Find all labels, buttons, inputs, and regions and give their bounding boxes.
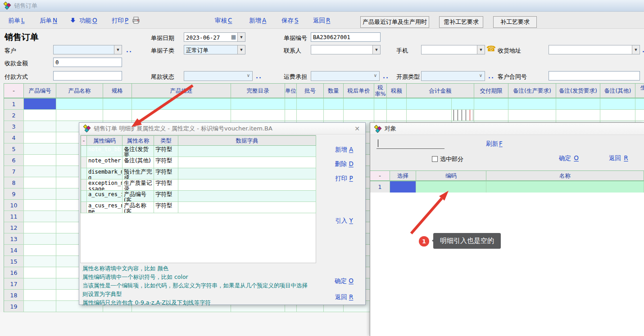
grid-cell[interactable] bbox=[56, 110, 103, 121]
attribute-type-cell[interactable]: 字符型 bbox=[154, 157, 178, 168]
row-number-cell[interactable]: 12 bbox=[4, 222, 24, 233]
col-header[interactable]: 备注(发货要求) bbox=[556, 84, 600, 99]
grid-cell[interactable] bbox=[132, 110, 231, 121]
mobile-select[interactable]: ▼ bbox=[421, 45, 485, 54]
col-header[interactable]: 属性名称 bbox=[122, 136, 154, 146]
grid-cell[interactable] bbox=[374, 99, 387, 110]
grid-cell[interactable] bbox=[374, 110, 387, 121]
attribute-dict-cell[interactable] bbox=[178, 191, 316, 202]
phone-icon[interactable]: ☎ bbox=[486, 44, 496, 53]
grid-cell[interactable] bbox=[344, 110, 374, 121]
attribute-type-cell[interactable]: 字符型 bbox=[154, 146, 178, 157]
dialog-return-link[interactable]: 返回 R bbox=[326, 293, 362, 301]
col-header[interactable]: 合计金额 bbox=[407, 84, 474, 99]
attribute-type-cell[interactable]: 字符型 bbox=[154, 202, 178, 213]
grid-cell[interactable] bbox=[387, 99, 407, 110]
col-header[interactable]: 数据字典 bbox=[178, 136, 316, 146]
freight-select[interactable]: ∨ bbox=[311, 71, 380, 81]
attribute-type-cell[interactable]: 字符型 bbox=[154, 191, 178, 202]
grid-cell[interactable] bbox=[24, 278, 56, 290]
printer-icon[interactable] bbox=[132, 17, 140, 25]
grid-cell[interactable] bbox=[24, 166, 56, 177]
row-number-cell[interactable]: 7 bbox=[4, 166, 24, 177]
row-number-cell[interactable]: 2 bbox=[4, 110, 24, 121]
col-header[interactable]: 税率% bbox=[374, 84, 387, 99]
attribute-name-cell[interactable]: 产品名称(客) bbox=[122, 202, 154, 213]
row-number-cell[interactable]: 1 bbox=[4, 99, 24, 110]
grid-cell[interactable] bbox=[24, 110, 56, 121]
chevron-down-icon[interactable]: ▼ bbox=[632, 45, 639, 54]
dialog-print-link[interactable]: 打印 P bbox=[326, 175, 362, 183]
grid-cell[interactable] bbox=[231, 110, 285, 121]
grid-cell[interactable] bbox=[24, 177, 56, 188]
object-return-link[interactable]: 返回 R bbox=[609, 154, 628, 162]
chevron-down-icon[interactable]: ▼ bbox=[237, 45, 245, 54]
dialog-delete-link[interactable]: 删除 D bbox=[326, 160, 362, 168]
grid-cell[interactable] bbox=[231, 99, 285, 110]
row-number-cell[interactable]: 19 bbox=[4, 301, 24, 312]
dialog-titlebar[interactable]: 销售订单 明细扩展属性定义 - 属性定义 - 标识编号voucher.item.… bbox=[79, 123, 365, 134]
object-ok-link[interactable]: 确定 O bbox=[559, 154, 579, 162]
grid-cell[interactable] bbox=[285, 99, 297, 110]
freight-more-link[interactable]: .. bbox=[383, 73, 389, 80]
col-header[interactable]: 备注(其他) bbox=[600, 84, 635, 99]
grid-cell[interactable] bbox=[24, 188, 56, 200]
grid-cell[interactable] bbox=[24, 233, 56, 245]
grid-cell[interactable] bbox=[24, 245, 56, 256]
balance-status-select[interactable]: ∨ bbox=[184, 71, 253, 81]
functions-link[interactable]: 功能O bbox=[79, 17, 97, 25]
need-process-requirements-button[interactable]: 需补工艺要求 bbox=[439, 16, 483, 28]
row-number-cell[interactable]: 3 bbox=[4, 121, 24, 132]
row-number-cell[interactable]: 4 bbox=[4, 132, 24, 143]
grid-cell[interactable] bbox=[474, 99, 508, 110]
grid-cell[interactable] bbox=[132, 99, 231, 110]
address-select[interactable]: ▼ bbox=[549, 45, 640, 54]
grid-cell[interactable] bbox=[56, 99, 103, 110]
grid-cell[interactable] bbox=[24, 143, 56, 155]
col-header[interactable]: 产品描述 bbox=[132, 84, 231, 99]
grid-cell[interactable] bbox=[635, 99, 644, 110]
row-select-cell[interactable] bbox=[81, 179, 87, 191]
attribute-dict-cell[interactable] bbox=[178, 168, 316, 179]
row-number-cell[interactable]: 17 bbox=[4, 278, 24, 290]
next-doc-link[interactable]: 后单N bbox=[40, 17, 57, 25]
grid-cell[interactable] bbox=[297, 110, 324, 121]
grid-cell[interactable] bbox=[556, 99, 600, 110]
attribute-name-cell[interactable]: 备注(其他) bbox=[122, 157, 154, 168]
grid-cell[interactable] bbox=[24, 222, 56, 233]
col-header[interactable]: 产品编号 bbox=[24, 84, 56, 99]
col-header-dash[interactable]: - bbox=[370, 171, 390, 181]
add-link[interactable]: 新增A bbox=[249, 17, 266, 25]
attribute-dict-cell[interactable] bbox=[178, 179, 316, 191]
grid-cell[interactable] bbox=[24, 155, 56, 166]
save-link[interactable]: 保存S bbox=[281, 17, 299, 25]
select-part-checkbox[interactable] bbox=[432, 156, 438, 162]
col-header[interactable]: - bbox=[81, 136, 87, 146]
grid-cell[interactable] bbox=[508, 99, 556, 110]
col-header-select[interactable]: 选择 bbox=[390, 171, 416, 181]
grid-cell[interactable] bbox=[407, 110, 452, 121]
col-header[interactable]: 税后单价 bbox=[344, 84, 374, 99]
grid-cell[interactable] bbox=[387, 110, 407, 121]
attribute-name-cell[interactable]: 预计生产完成 bbox=[122, 168, 154, 179]
col-header[interactable]: 备注(生产要求) bbox=[508, 84, 556, 99]
grid-cell[interactable] bbox=[24, 211, 56, 222]
row-number-cell[interactable]: 11 bbox=[4, 211, 24, 222]
attribute-code-cell[interactable]: note_to_bb bbox=[87, 146, 122, 157]
grid-cell[interactable] bbox=[285, 110, 297, 121]
code-cell[interactable] bbox=[416, 181, 486, 193]
row-number-cell[interactable]: 1 bbox=[370, 181, 390, 193]
address-more-link[interactable]: .. bbox=[642, 47, 644, 54]
selected-cell[interactable] bbox=[24, 99, 56, 110]
received-amount-input[interactable] bbox=[53, 58, 122, 67]
row-number-cell[interactable]: 15 bbox=[4, 256, 24, 267]
doc-date-picker[interactable]: 2023-06-27 ▦ ▼ bbox=[184, 32, 245, 42]
close-icon[interactable]: ✕ bbox=[354, 125, 360, 132]
attribute-name-cell[interactable]: 备注(发货要求) bbox=[122, 146, 154, 157]
grid-cell[interactable] bbox=[600, 99, 635, 110]
attribute-code-cell[interactable]: disembark_mag bbox=[87, 168, 122, 179]
grid-cell[interactable] bbox=[24, 290, 56, 301]
select-cell[interactable] bbox=[390, 181, 416, 193]
attribute-name-cell[interactable]: 产品编号(客) bbox=[122, 191, 154, 202]
doc-subtype-select[interactable]: 正常订单 ▼ bbox=[184, 45, 245, 54]
